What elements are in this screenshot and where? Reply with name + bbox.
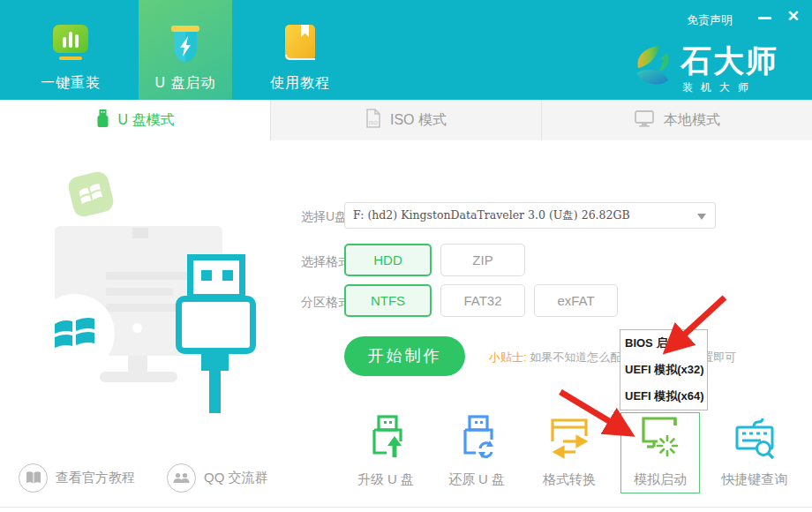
usb-stick-icon — [96, 109, 109, 132]
tool-label: 还原 U 盘 — [437, 471, 516, 488]
qq-group-link[interactable]: QQ 交流群 — [167, 463, 268, 493]
minimize-icon[interactable] — [758, 17, 771, 19]
windows-square-decoration — [66, 169, 116, 219]
close-icon[interactable]: ✕ — [787, 8, 800, 26]
usb-restore-icon — [456, 448, 497, 463]
hotkey-search-icon — [734, 448, 775, 463]
tab-iso-mode[interactable]: ISO ISO 模式 — [270, 100, 541, 140]
usb-upgrade-icon — [365, 448, 406, 463]
usb-select-label: 选择U盘: — [301, 209, 350, 225]
svg-text:ISO: ISO — [368, 120, 378, 125]
format-option-zip[interactable]: ZIP — [440, 244, 525, 276]
format-option-hdd[interactable]: HDD — [344, 244, 432, 276]
official-tutorial-link[interactable]: 查看官方教程 — [19, 463, 135, 493]
tool-label: 格式转换 — [530, 471, 609, 488]
usb-plug-neck — [201, 351, 229, 371]
partition-option-exfat[interactable]: exFAT — [534, 284, 618, 317]
nav-label: U 盘启动 — [139, 74, 232, 93]
tool-hotkey-search[interactable]: 快捷键查询 — [715, 415, 794, 488]
brand-subtitle: 装机大师 — [682, 80, 778, 95]
link-label: QQ 交流群 — [204, 470, 268, 486]
tab-local-mode[interactable]: 本地模式 — [541, 100, 812, 140]
nav-item-usb-boot[interactable]: U 盘启动 — [139, 0, 232, 100]
swirl-logo-icon — [632, 44, 673, 94]
usb-plug-illustration — [187, 254, 245, 300]
usb-cable — [209, 369, 221, 413]
tab-label: ISO 模式 — [390, 111, 447, 130]
book-icon — [253, 23, 347, 69]
start-create-button[interactable]: 开始制作 — [344, 336, 465, 376]
monitor-stand — [128, 356, 147, 373]
boot-mode-menu: BIOS 启动 UEFI 模拟(x32) UEFI 模拟(x64) — [620, 329, 708, 410]
nav-label: 使用教程 — [253, 74, 347, 93]
simulate-boot-icon — [640, 448, 680, 463]
format-convert-icon — [549, 448, 590, 463]
usb-select-value: F: (hd2) KingstonDataTraveler 3.0 (U盘) 2… — [345, 203, 715, 228]
monitor-illustration — [55, 226, 222, 356]
disclaimer-link[interactable]: 免责声明 — [687, 12, 733, 28]
group-circle-icon — [167, 463, 196, 493]
tool-label: 模拟启动 — [620, 471, 700, 488]
brand-name: 石大师 — [680, 44, 778, 78]
tab-label: 本地模式 — [664, 111, 720, 130]
nav-item-tutorial[interactable]: 使用教程 — [253, 0, 347, 100]
iso-file-icon: ISO — [365, 109, 381, 132]
nav-item-reinstall[interactable]: 一键重装 — [24, 0, 117, 100]
partition-option-ntfs[interactable]: NTFS — [344, 284, 432, 317]
monitor-icon — [634, 109, 655, 132]
brand-logo: 石大师 装机大师 — [632, 44, 778, 95]
tool-label: 快捷键查询 — [715, 471, 794, 488]
tool-simulate-boot[interactable]: 模拟启动 — [620, 415, 700, 488]
book-circle-icon — [19, 463, 48, 493]
tool-label: 升级 U 盘 — [346, 471, 425, 488]
app-window: 一键重装 U 盘启动 — [0, 0, 812, 512]
tool-restore-usb[interactable]: 还原 U 盘 — [437, 415, 516, 488]
menu-item-uefi-x64[interactable]: UEFI 模拟(x64) — [620, 383, 707, 410]
caret-down-icon — [697, 214, 706, 224]
header: 一键重装 U 盘启动 — [0, 0, 812, 100]
usb-select-dropdown[interactable]: F: (hd2) KingstonDataTraveler 3.0 (U盘) 2… — [344, 202, 716, 229]
footer-divider — [0, 507, 812, 508]
tab-label: U 盘模式 — [118, 111, 175, 130]
tab-usb-mode[interactable]: U 盘模式 — [0, 100, 270, 140]
tool-upgrade-usb[interactable]: 升级 U 盘 — [346, 415, 425, 488]
tool-format-convert[interactable]: 格式转换 — [530, 415, 609, 488]
menu-item-uefi-x32[interactable]: UEFI 模拟(x32) — [620, 357, 707, 383]
windows-circle-badge — [35, 294, 115, 373]
shield-lightning-icon — [139, 23, 232, 69]
bar-chart-icon — [24, 23, 117, 69]
usb-plug-body — [176, 296, 256, 354]
menu-item-bios-boot[interactable]: BIOS 启动 — [620, 330, 707, 357]
mode-tabs: U 盘模式 ISO ISO 模式 本地模式 — [0, 100, 812, 140]
monitor-stand-base — [100, 372, 177, 382]
tip-label: 小贴士: — [489, 350, 527, 364]
link-label: 查看官方教程 — [56, 470, 135, 486]
nav-label: 一键重装 — [24, 74, 117, 93]
partition-option-fat32[interactable]: FAT32 — [440, 284, 525, 317]
